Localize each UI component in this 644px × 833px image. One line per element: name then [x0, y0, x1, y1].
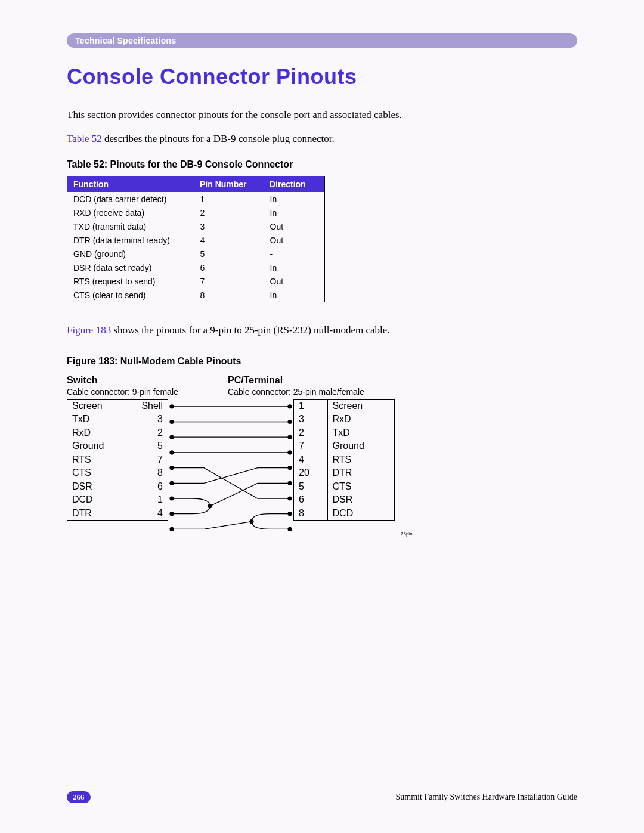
- svg-point-18: [208, 504, 212, 508]
- figure-183-caption: Figure 183: Null-Modem Cable Pinouts: [67, 356, 577, 367]
- table-cell: Out: [264, 274, 325, 288]
- pin-row: 2TxD: [294, 426, 395, 440]
- terminal-sub: Cable connector: 25-pin male/female: [228, 387, 364, 397]
- table-header-row: Function Pin Number Direction: [67, 176, 325, 193]
- pin-cell: 6: [294, 493, 328, 507]
- table-cell: DCD (data carrier detect): [67, 192, 194, 206]
- pin-cell: CTS: [67, 466, 132, 480]
- pin-row: 3RxD: [294, 413, 395, 426]
- table-cell: RXD (receive data): [67, 206, 194, 219]
- intro-paragraph-1: This section provides connector pinouts …: [67, 107, 577, 123]
- content: Console Connector Pinouts This section p…: [67, 60, 577, 537]
- pin-row: ScreenShell: [67, 399, 168, 413]
- pin-cell: 8: [132, 466, 168, 480]
- pin-cell: 1: [132, 493, 168, 507]
- pin-row: 20DTR: [294, 466, 395, 480]
- table-cell: In: [264, 192, 325, 206]
- pin-row: 8DCD: [294, 507, 395, 521]
- pin-row: 7Ground: [294, 439, 395, 453]
- diagram-subheaders: Cable connector: 9-pin female Cable conn…: [67, 387, 448, 397]
- pin-cell: 8: [294, 507, 328, 521]
- pin-cell: 2: [294, 426, 328, 440]
- pin-row: TxD3: [67, 413, 168, 426]
- table-cell: DTR (data terminal ready): [67, 233, 194, 247]
- table-cell: DSR (data set ready): [67, 261, 194, 274]
- wiring-svg: [168, 399, 293, 537]
- pin-cell: 20: [294, 466, 328, 480]
- table-row: RTS (request to send)7Out: [67, 274, 325, 288]
- switch-header: Switch: [67, 375, 228, 386]
- table-cell: -: [264, 247, 325, 261]
- table-cell: In: [264, 261, 325, 274]
- tiny-label: 25pin: [401, 531, 413, 537]
- pin-row: DTR4: [67, 507, 168, 521]
- th-direction: Direction: [264, 176, 325, 193]
- table-row: DCD (data carrier detect)1In: [67, 192, 325, 206]
- breadcrumb: Technical Specifications: [75, 36, 177, 45]
- terminal-pin-table: 1Screen3RxD2TxD7Ground4RTS20DTR5CTS6DSR8…: [293, 399, 395, 521]
- switch-sub: Cable connector: 9-pin female: [67, 387, 228, 397]
- table-cell: 8: [194, 288, 264, 302]
- pin-row: RxD2: [67, 426, 168, 440]
- table-row: CTS (clear to send)8In: [67, 288, 325, 302]
- pin-cell: 3: [294, 413, 328, 426]
- table-cell: 1: [194, 192, 264, 206]
- table-cell: 3: [194, 219, 264, 233]
- table-cell: 5: [194, 247, 264, 261]
- table-row: DTR (data terminal ready)4Out: [67, 233, 325, 247]
- table-cell: TXD (transmit data): [67, 219, 194, 233]
- para2-rest: describes the pinouts for a DB-9 console…: [102, 133, 335, 144]
- pin-cell: DTR: [67, 507, 132, 521]
- pin-cell: 6: [132, 480, 168, 494]
- switch-pin-table: ScreenShellTxD3RxD2Ground5RTS7CTS8DSR6DC…: [67, 399, 168, 521]
- pin-cell: Ground: [327, 439, 394, 453]
- pin-row: DCD1: [67, 493, 168, 507]
- pin-row: 4RTS: [294, 453, 395, 467]
- page: Technical Specifications Console Connect…: [0, 0, 644, 833]
- table-cell: Out: [264, 219, 325, 233]
- pin-cell: 7: [294, 439, 328, 453]
- pin-cell: 5: [294, 480, 328, 494]
- pin-cell: DSR: [67, 480, 132, 494]
- pin-cell: 3: [132, 413, 168, 426]
- pin-cell: DTR: [327, 466, 394, 480]
- table-52-link[interactable]: Table 52: [67, 133, 102, 144]
- null-modem-diagram: Switch PC/Terminal Cable connector: 9-pi…: [67, 375, 448, 537]
- table-cell: Out: [264, 233, 325, 247]
- page-title: Console Connector Pinouts: [67, 64, 577, 89]
- table-row: DSR (data set ready)6In: [67, 261, 325, 274]
- figure-183-link[interactable]: Figure 183: [67, 324, 111, 336]
- pin-row: Ground5: [67, 439, 168, 453]
- para3-rest: shows the pinouts for a 9-pin to 25-pin …: [111, 324, 389, 336]
- pin-cell: Shell: [132, 399, 168, 413]
- pin-cell: Screen: [67, 399, 132, 413]
- pin-row: 1Screen: [294, 399, 395, 413]
- pin-cell: 2: [132, 426, 168, 440]
- pin-cell: TxD: [327, 426, 394, 440]
- header-bar: Technical Specifications: [67, 33, 577, 48]
- th-function: Function: [67, 176, 194, 193]
- table-row: TXD (transmit data)3Out: [67, 219, 325, 233]
- pin-row: RTS7: [67, 453, 168, 467]
- table-52-caption: Table 52: Pinouts for the DB-9 Console C…: [67, 159, 577, 170]
- table-cell: RTS (request to send): [67, 274, 194, 288]
- pin-cell: DSR: [327, 493, 394, 507]
- table-cell: In: [264, 288, 325, 302]
- table-cell: 4: [194, 233, 264, 247]
- table-cell: 2: [194, 206, 264, 219]
- pin-row: DSR6: [67, 480, 168, 494]
- th-pin: Pin Number: [194, 176, 264, 193]
- intro-paragraph-3: Figure 183 shows the pinouts for a 9-pin…: [67, 323, 577, 338]
- pin-cell: DCD: [67, 493, 132, 507]
- pin-cell: TxD: [67, 413, 132, 426]
- pin-cell: RTS: [327, 453, 394, 467]
- terminal-header: PC/Terminal: [228, 375, 283, 386]
- table-cell: CTS (clear to send): [67, 288, 194, 302]
- table-cell: 7: [194, 274, 264, 288]
- pin-cell: RTS: [67, 453, 132, 467]
- table-row: RXD (receive data)2In: [67, 206, 325, 219]
- pin-cell: Screen: [327, 399, 394, 413]
- pin-cell: RxD: [67, 426, 132, 440]
- pin-cell: 4: [294, 453, 328, 467]
- table-row: GND (ground)5-: [67, 247, 325, 261]
